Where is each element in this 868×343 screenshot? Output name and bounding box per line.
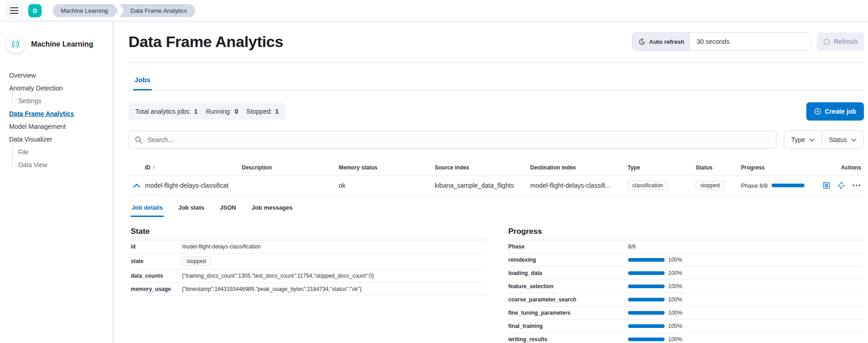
- column-header-type: Type: [628, 164, 696, 171]
- create-job-label: Create job: [825, 108, 856, 115]
- user-avatar[interactable]: D: [28, 4, 42, 17]
- status-filter-button[interactable]: Status: [821, 131, 863, 148]
- filter-group: Type Status: [784, 131, 864, 149]
- breadcrumb-machine-learning[interactable]: Machine Learning: [53, 4, 118, 17]
- type-filter-button[interactable]: Type: [784, 131, 821, 148]
- sidebar-item-data-view[interactable]: Data View: [11, 158, 48, 171]
- search-input[interactable]: [147, 136, 770, 144]
- column-header-id[interactable]: ID↑: [145, 164, 242, 171]
- progress-row-reindexing: reindexing 100%: [508, 253, 864, 267]
- more-actions-icon[interactable]: [853, 185, 860, 186]
- table-header-row: ID↑ Description Memory status Source ind…: [128, 163, 864, 176]
- tab-job-messages[interactable]: Job messages: [250, 201, 293, 217]
- total-jobs-value: 1: [194, 108, 197, 115]
- state-id-value: model-flight-delays-classification: [182, 243, 486, 250]
- page-header: Data Frame Analytics Auto refresh: [128, 21, 864, 63]
- jobs-stats-summary: Total analytics jobs:1 Running:0 Stopped…: [128, 103, 286, 120]
- column-header-status: Status: [696, 164, 741, 171]
- progress-row-writing-results: writing_results 100%: [508, 333, 864, 343]
- running-jobs-value: 0: [234, 108, 238, 115]
- cell-actions: [814, 182, 864, 189]
- tab-json[interactable]: JSON: [219, 201, 237, 217]
- view-results-scatterplot-icon[interactable]: [838, 182, 845, 189]
- sidebar-title: Machine Learning: [31, 40, 93, 48]
- cell-memory-status: ok: [339, 182, 435, 189]
- cell-progress: Phase 8/8: [741, 182, 814, 189]
- refresh-controls: Auto refresh 30 seconds Refresh: [632, 32, 864, 51]
- auto-refresh-toggle[interactable]: Auto refresh: [633, 33, 690, 50]
- search-box: [128, 131, 777, 149]
- tab-jobs[interactable]: Jobs: [133, 74, 152, 90]
- plus-circle-icon: [814, 108, 821, 115]
- total-jobs-label: Total analytics jobs:: [135, 108, 191, 115]
- stopped-jobs-value: 1: [275, 108, 279, 115]
- phase-value: 8/8: [628, 243, 864, 250]
- refresh-button[interactable]: Refresh: [817, 32, 864, 51]
- collapse-row-button[interactable]: [128, 184, 145, 188]
- sort-ascending-icon: ↑: [152, 164, 155, 171]
- running-jobs-label: Running:: [206, 108, 231, 115]
- analytics-jobs-table: ID↑ Description Memory status Source ind…: [128, 163, 864, 343]
- state-row-data-counts: data_counts {"training_docs_count":1305,…: [131, 269, 486, 283]
- cell-source-index: kibana_sample_data_flights: [435, 182, 530, 189]
- state-row-state: state stopped: [131, 253, 486, 269]
- sidebar-item-overview[interactable]: Overview: [9, 69, 36, 82]
- chevron-up-icon: [133, 184, 140, 188]
- progress-row-loading-data: loading_data 100%: [508, 267, 864, 280]
- time-refresh-icon: [639, 38, 645, 45]
- hamburger-icon: [10, 7, 18, 14]
- progress-row-coarse-parameter-search: coarse_parameter_search 100%: [508, 293, 864, 306]
- sidebar-item-data-frame-analytics[interactable]: Data Frame Analytics: [9, 107, 74, 120]
- status-filter-label: Status: [829, 136, 847, 143]
- sidebar-nav: Overview Anomaly Detection Settings Data…: [0, 69, 112, 171]
- progress-row-final-training: final_training 100%: [508, 320, 864, 333]
- progress-row-phase: Phase 8/8: [508, 240, 864, 253]
- column-header-source-index: Source index: [435, 164, 530, 171]
- cell-destination-index: model-flight-delays-classifi...: [530, 182, 628, 189]
- page-title: Data Frame Analytics: [128, 33, 283, 51]
- chevron-down-icon: [809, 138, 815, 142]
- progress-heading: Progress: [508, 227, 864, 240]
- tab-job-stats[interactable]: Job stats: [177, 201, 205, 217]
- job-detail-tabs: Job details Job stats JSON Job messages: [128, 201, 864, 217]
- type-badge: classification: [628, 181, 668, 190]
- column-header-progress: Progress: [741, 164, 814, 171]
- progress-bar: [628, 338, 665, 341]
- chevron-down-icon: [851, 138, 857, 142]
- progress-bar: [628, 311, 665, 315]
- create-job-button[interactable]: Create job: [806, 102, 864, 121]
- tab-job-details[interactable]: Job details: [131, 201, 164, 217]
- breadcrumb-data-frame-analytics[interactable]: Data Frame Analytics: [119, 4, 195, 17]
- jobs-toolbar: Total analytics jobs:1 Running:0 Stopped…: [128, 102, 864, 121]
- progress-row-fine-tuning-parameters: fine_tuning_parameters 100%: [508, 306, 864, 320]
- search-icon: [135, 136, 142, 143]
- main-content: Data Frame Analytics Auto refresh: [113, 21, 868, 343]
- sidebar-item-settings[interactable]: Settings: [11, 95, 42, 107]
- machine-learning-logo-icon: [6, 35, 25, 53]
- sidebar-item-model-management[interactable]: Model Management: [9, 120, 66, 133]
- cell-job-id: model-flight-delays-classificat: [145, 182, 242, 189]
- table-row: model-flight-delays-classificat ok kiban…: [128, 176, 864, 195]
- refresh-icon: [823, 38, 830, 45]
- progress-bar: [628, 271, 665, 275]
- sidebar-item-anomaly-detection[interactable]: Anomaly Detection: [9, 82, 63, 95]
- progress-bar: [628, 285, 665, 288]
- status-badge: stopped: [696, 181, 724, 190]
- column-header-memory-status: Memory status: [339, 164, 435, 171]
- state-row-memory-usage: memory_usage {"timestamp":1643193446989,…: [131, 283, 486, 296]
- top-navigation-bar: D Machine Learning Data Frame Analytics: [0, 0, 868, 21]
- menu-button[interactable]: [5, 2, 23, 19]
- progress-bar: [628, 298, 665, 301]
- progress-phase-label: Phase 8/8: [741, 182, 768, 189]
- refresh-interval-value[interactable]: 30 seconds: [690, 33, 810, 50]
- progress-row-feature-selection: feature_selection 100%: [508, 280, 864, 293]
- view-job-details-icon[interactable]: [823, 182, 830, 189]
- column-header-description: Description: [242, 164, 339, 171]
- state-status-badge: stopped: [182, 257, 211, 266]
- progress-bar: [628, 258, 665, 262]
- sidebar: Machine Learning Overview Anomaly Detect…: [0, 21, 113, 343]
- refresh-button-label: Refresh: [834, 38, 857, 45]
- progress-section: Progress Phase 8/8 reindexing 100% loadi…: [508, 227, 864, 343]
- progress-bar: [628, 324, 665, 328]
- state-heading: State: [131, 227, 486, 240]
